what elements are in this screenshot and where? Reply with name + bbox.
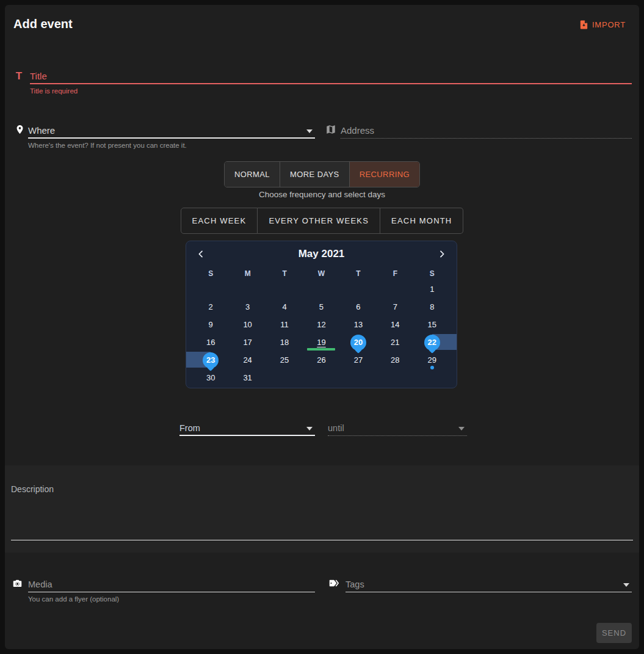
chevron-left-icon <box>196 249 206 260</box>
frequency-group: EACH WEEKEVERY OTHER WEEKSEACH MONTH <box>181 208 464 234</box>
from-placeholder: From <box>179 423 200 433</box>
calendar-day-16[interactable]: 16 <box>192 333 229 351</box>
calendar-day-empty <box>377 369 413 387</box>
frequency-option-each-week[interactable]: EACH WEEK <box>181 208 258 234</box>
day-number: 16 <box>206 338 215 347</box>
description-input[interactable]: Description <box>11 484 633 543</box>
calendar-day-1[interactable]: 1 <box>414 280 450 298</box>
weekday-label: F <box>377 269 413 278</box>
prev-month-button[interactable] <box>195 247 207 261</box>
calendar-day-empty <box>303 280 339 298</box>
weekday-label: S <box>414 269 450 278</box>
next-month-button[interactable] <box>436 247 448 261</box>
selected-day-marker: 22 <box>424 335 440 351</box>
calendar-header: May 2021 <box>192 241 450 267</box>
address-input[interactable]: Address <box>341 123 632 139</box>
calendar-day-17[interactable]: 17 <box>229 333 266 351</box>
send-button[interactable]: SEND <box>596 623 632 643</box>
calendar-day-3[interactable]: 3 <box>229 298 266 316</box>
weekday-label: S <box>192 269 229 278</box>
import-button[interactable]: IMPORT <box>579 20 626 30</box>
calendar-week-row: 16171819202122 <box>192 333 450 351</box>
day-number: 12 <box>317 320 325 329</box>
calendar-day-9[interactable]: 9 <box>192 316 229 333</box>
calendar-day-24[interactable]: 24 <box>229 351 266 369</box>
day-number: 29 <box>428 355 436 365</box>
calendar-day-27[interactable]: 27 <box>340 351 377 369</box>
calendar-day-15[interactable]: 15 <box>414 316 450 333</box>
calendar-day-11[interactable]: 11 <box>266 316 303 333</box>
until-select[interactable]: until <box>328 420 467 436</box>
weekday-label: T <box>266 269 303 278</box>
selected-day-marker: 23 <box>203 352 219 368</box>
calendar-day-14[interactable]: 14 <box>377 316 413 333</box>
calendar-day-empty <box>229 280 266 298</box>
calendar-week-row: 3031 <box>192 369 450 387</box>
calendar-day-2[interactable]: 2 <box>192 298 229 316</box>
calendar-day-19[interactable]: 19 <box>303 333 339 351</box>
media-helper-text: You can add a flyer (optional) <box>28 595 315 603</box>
mode-tabs-wrap: NORMALMORE DAYSRECURRING <box>5 161 639 187</box>
calendar-day-5[interactable]: 5 <box>303 298 339 316</box>
media-input[interactable]: Media <box>28 576 315 592</box>
where-placeholder: Where <box>28 125 55 136</box>
camera-icon <box>11 576 23 590</box>
chevron-down-icon <box>306 427 313 431</box>
day-number: 8 <box>430 302 434 311</box>
title-field-row: T Title Title is required <box>13 68 632 95</box>
calendar-day-22[interactable]: 22 <box>414 333 450 351</box>
tags-icon <box>328 576 341 590</box>
calendar-day-13[interactable]: 13 <box>340 316 377 333</box>
calendar-day-empty <box>340 280 377 298</box>
calendar-day-31[interactable]: 31 <box>229 369 266 387</box>
map-icon <box>325 123 337 136</box>
day-number: 5 <box>319 302 324 311</box>
until-field-row: until <box>328 420 467 436</box>
tab-more-days[interactable]: MORE DAYS <box>280 162 349 187</box>
calendar-day-29[interactable]: 29 <box>414 351 450 369</box>
calendar-day-20[interactable]: 20 <box>340 333 377 351</box>
calendar-day-6[interactable]: 6 <box>340 298 377 316</box>
calendar-day-30[interactable]: 30 <box>192 369 229 387</box>
calendar-day-26[interactable]: 26 <box>303 351 339 369</box>
day-number: 27 <box>354 355 363 365</box>
calendar-day-empty <box>266 280 303 298</box>
weekday-label: W <box>303 269 339 278</box>
calendar-day-21[interactable]: 21 <box>377 333 413 351</box>
frequency-option-every-other-weeks[interactable]: EVERY OTHER WEEKS <box>258 208 380 234</box>
calendar-day-8[interactable]: 8 <box>414 298 450 316</box>
calendar-day-25[interactable]: 25 <box>266 351 303 369</box>
calendar-day-4[interactable]: 4 <box>266 298 303 316</box>
calendar-day-7[interactable]: 7 <box>377 298 413 316</box>
calendar-day-empty <box>266 369 303 387</box>
title-input[interactable]: Title <box>30 68 632 84</box>
day-number: 25 <box>280 355 289 365</box>
tab-normal[interactable]: NORMAL <box>225 162 280 187</box>
calendar-day-12[interactable]: 12 <box>303 316 339 333</box>
calendar-day-empty <box>192 280 229 298</box>
from-select[interactable]: From <box>179 420 315 436</box>
calendar-week-row: 2345678 <box>192 298 450 316</box>
title-icon: T <box>13 68 24 84</box>
calendar-day-23[interactable]: 23 <box>192 351 229 369</box>
day-number: 21 <box>391 338 399 347</box>
calendar-day-18[interactable]: 18 <box>266 333 303 351</box>
calendar-weekday-row: SMTWTFS <box>192 267 450 280</box>
frequency-option-each-month[interactable]: EACH MONTH <box>380 208 463 234</box>
day-number: 24 <box>243 355 251 365</box>
weekday-label: M <box>229 269 266 278</box>
day-number: 14 <box>391 320 399 329</box>
tab-recurring[interactable]: RECURRING <box>349 162 419 187</box>
day-number: 13 <box>354 320 363 329</box>
day-number: 23 <box>206 355 215 365</box>
file-import-icon <box>579 20 589 30</box>
day-number: 9 <box>209 320 213 329</box>
day-number: 6 <box>356 302 360 311</box>
tags-select[interactable]: Tags <box>346 576 632 592</box>
day-number: 20 <box>354 338 363 347</box>
calendar-day-10[interactable]: 10 <box>229 316 266 333</box>
calendar-day-28[interactable]: 28 <box>377 351 413 369</box>
tags-field-row: Tags <box>328 576 632 592</box>
day-number: 3 <box>245 302 250 311</box>
where-select[interactable]: Where <box>28 123 315 139</box>
